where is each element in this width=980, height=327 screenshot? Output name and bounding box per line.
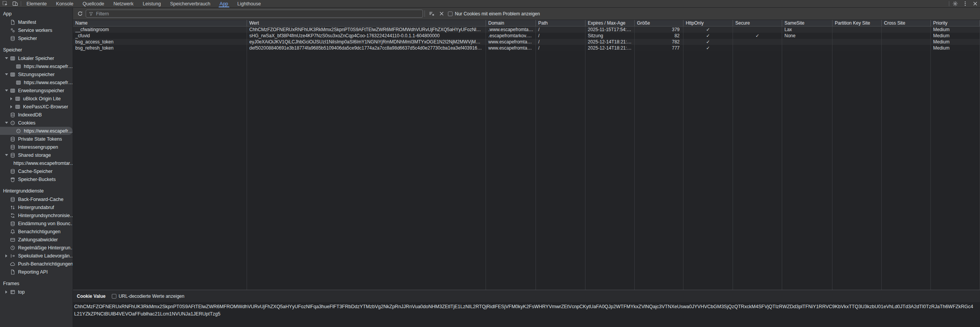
filler-column-path <box>536 51 585 290</box>
cell-path: / <box>536 27 585 33</box>
clear-all-icon[interactable] <box>426 9 436 19</box>
cell-httponly: ✓ <box>683 39 733 45</box>
sidebar-item-interessengruppen[interactable]: Interessengruppen <box>0 143 73 151</box>
column-header-httponly[interactable]: HttpOnly <box>683 20 733 26</box>
expander-icon[interactable] <box>3 57 10 59</box>
device-toolbar-icon[interactable] <box>10 0 20 7</box>
settings-icon[interactable] <box>950 0 960 7</box>
sidebar-item-lokaler-speicher[interactable]: Lokaler Speicher <box>0 54 73 62</box>
expander-icon[interactable] <box>3 122 10 124</box>
cell-domain: www.escapefromtark… <box>486 39 536 45</box>
sidebar-item-service-workers[interactable]: Service workers <box>0 26 73 34</box>
sidebar-item-spekulative-ladevorgan[interactable]: Spekulative Ladevorgän… <box>0 252 73 260</box>
sidebar-item-sitzungsspeicher[interactable]: Sitzungsspeicher <box>0 70 73 78</box>
sidebar-item-manifest[interactable]: Manifest <box>0 18 73 26</box>
tab-app[interactable]: App <box>215 0 233 7</box>
table-icon <box>15 96 21 102</box>
tab-speicherverbrauch[interactable]: Speicherverbrauch <box>166 0 215 7</box>
tab-lighthouse[interactable]: Lighthouse <box>233 0 265 7</box>
inspect-icon[interactable] <box>0 0 10 7</box>
cookie-row-cfuvid[interactable]: _cfuvidsHG_rwSaX_bf38P4fmUze4KP7NzS0su3x… <box>73 33 980 39</box>
sidebar-item-shared-storage[interactable]: Shared storage <box>0 151 73 159</box>
sidebar-item-push-benachrichtigungen[interactable]: Push-Benachrichtigungen <box>0 260 73 268</box>
sidebar-item-https-www-escapefr[interactable]: https://www.escapefr… <box>0 78 73 86</box>
column-header-secure[interactable]: Secure <box>733 20 782 26</box>
tabbar-spacer <box>265 0 948 7</box>
cell-httponly: ✓ <box>683 33 733 39</box>
sidebar-item-cookies[interactable]: Cookies <box>0 119 73 127</box>
column-header-domain[interactable]: Domain <box>486 20 536 26</box>
sidebar-item-speicher[interactable]: Speicher <box>0 34 73 42</box>
cell-domain: .escapefromtarkov.c… <box>486 33 536 39</box>
column-header-cross-site[interactable]: Cross Site <box>882 20 931 26</box>
expander-icon[interactable] <box>3 254 10 257</box>
tab-leistung[interactable]: Leistung <box>138 0 165 7</box>
database-icon <box>10 221 16 227</box>
cell-cross-site <box>882 27 931 33</box>
cookie-row-bsg-refresh-token[interactable]: bsg_refresh_tokendef502008840691e3b18774… <box>73 45 980 51</box>
filler-column-wert <box>247 51 486 290</box>
refresh-icon[interactable] <box>75 9 85 19</box>
sidebar-item-keepassxc-browser[interactable]: KeePassXC-Browser <box>0 103 73 111</box>
sidebar-item-ublock-origin-lite[interactable]: uBlock Origin Lite <box>0 95 73 103</box>
sidebar-item-label: https://www.escapefr… <box>24 64 73 69</box>
tab-elemente[interactable]: Elemente <box>22 0 51 7</box>
expander-icon[interactable] <box>3 90 10 91</box>
column-header-priority[interactable]: Priority <box>931 20 980 26</box>
sidebar-item-https-www-escapefr[interactable]: https://www.escapefr… <box>0 62 73 70</box>
column-header-path[interactable]: Path <box>536 20 585 26</box>
sidebar-item-indexeddb[interactable]: IndexedDB <box>0 111 73 119</box>
filter-input[interactable] <box>95 11 420 17</box>
sidebar-item-hintergrundsynchronisie[interactable]: Hintergrundsynchronisie… <box>0 211 73 219</box>
sidebar-section-title: Hintergrunddienste <box>0 187 73 195</box>
column-header-wert[interactable]: Wert <box>247 20 486 26</box>
more-menu-icon[interactable] <box>960 0 970 7</box>
sidebar-item-regelmassige-hintergrun[interactable]: Regelmäßige Hintergrun… <box>0 244 73 252</box>
table-icon <box>15 104 21 110</box>
expander-icon[interactable] <box>3 73 10 75</box>
sidebar-item-reporting-api[interactable]: Reporting API <box>0 268 73 276</box>
sidebar-item-label: KeePassXC-Browser <box>23 104 68 110</box>
cell-domain: www.escapefromtark… <box>486 45 536 51</box>
sidebar-item-speicher-buckets[interactable]: Speicher-Buckets <box>0 175 73 183</box>
sidebar-item-label: https://www.escapefromtar… <box>13 161 73 166</box>
cell-expires-max-age: Sitzung <box>585 33 635 39</box>
sidebar-item-https-www-escapefromtar[interactable]: https://www.escapefromtar… <box>0 159 73 167</box>
sidebar-item-label: https://www.escapefr… <box>24 80 73 85</box>
arrow-bar-icon <box>10 253 16 259</box>
database-icon <box>10 112 16 118</box>
sidebar-item-https-www-escapefr[interactable]: https://www.escapefr… <box>0 127 73 135</box>
delete-selected-icon[interactable] <box>436 9 446 19</box>
sidebar-item-private-state-tokens[interactable]: Private State Tokens <box>0 135 73 143</box>
sidebar-item-top[interactable]: top <box>0 288 73 296</box>
sidebar-item-cache-speicher[interactable]: Cache-Speicher <box>0 167 73 175</box>
tab-quellcode[interactable]: Quellcode <box>78 0 109 7</box>
sidebar-item-eindammung-von-bounc[interactable]: Eindämmung von Bounc… <box>0 219 73 227</box>
url-decode-label: URL-decodierte Werte anzeigen <box>119 294 184 299</box>
problem-cookies-checkbox[interactable] <box>448 12 453 16</box>
cell-name: _cfuvid <box>73 33 247 39</box>
column-header-name[interactable]: Name <box>73 20 247 26</box>
cell-expires-max-age: 2025-12-14T18:21:3… <box>585 39 635 45</box>
tab-netzwerk[interactable]: Netzwerk <box>109 0 138 7</box>
tab-konsole[interactable]: Konsole <box>51 0 78 7</box>
sidebar-item-erweiterungsspeicher[interactable]: Erweiterungsspeicher <box>0 86 73 95</box>
sidebar-item-zahlungsabwickler[interactable]: Zahlungsabwickler <box>0 236 73 244</box>
expander-icon[interactable] <box>3 290 10 294</box>
sidebar-item-label: Speicher-Buckets <box>18 177 56 182</box>
expander-icon[interactable] <box>8 105 15 108</box>
expander-icon[interactable] <box>8 97 15 100</box>
sidebar-item-hintergrundabruf[interactable]: Hintergrundabruf <box>0 203 73 211</box>
sidebar-item-benachrichtigungen[interactable]: Benachrichtigungen <box>0 227 73 236</box>
cookie-row-bsg-access-token[interactable]: bsg_access_tokeneyJ0eXAiOiJKV1QiLCJhbGci… <box>73 39 980 45</box>
column-header-samesite[interactable]: SameSite <box>782 20 832 26</box>
column-header-expires-max-age[interactable]: Expires / Max-Age <box>585 20 635 26</box>
expander-icon[interactable] <box>3 154 10 156</box>
url-decode-checkbox[interactable] <box>112 294 116 299</box>
sidebar-item-back-forward-cache[interactable]: Back-Forward-Cache <box>0 195 73 203</box>
column-header-grosse[interactable]: Größe <box>635 20 683 26</box>
column-header-partition-key-site[interactable]: Partition Key Site <box>832 20 882 26</box>
cookie-row-cfwaitingroom[interactable]: __cfwaitingroomChhCMzFZOFNERUxRNFhUK3RkM… <box>73 27 980 33</box>
cell-httponly: ✓ <box>683 27 733 33</box>
close-icon[interactable] <box>970 0 980 7</box>
